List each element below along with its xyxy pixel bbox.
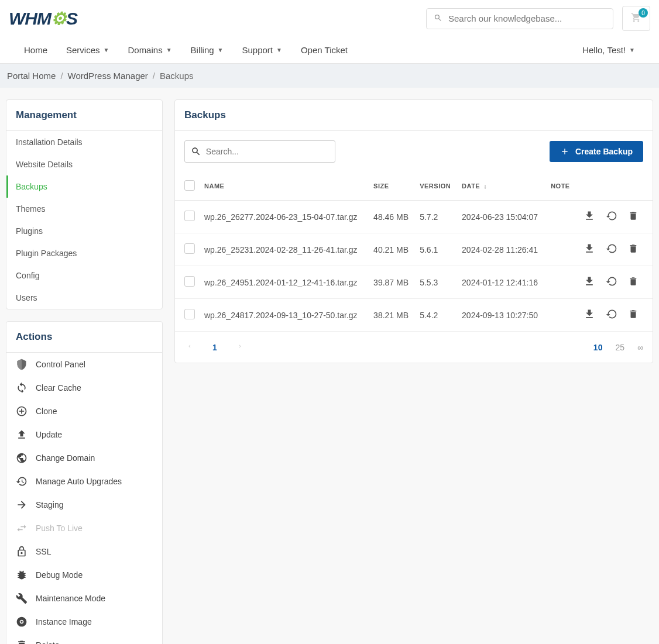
- content-title: Backups: [175, 100, 653, 131]
- action-change-domain[interactable]: Change Domain: [6, 446, 162, 470]
- select-all-checkbox[interactable]: [184, 180, 195, 191]
- cell-name: wp.26_24951.2024-01-12_12-41-16.tar.gz: [200, 266, 369, 299]
- cell-version: 5.5.3: [415, 266, 457, 299]
- table-search-input[interactable]: [206, 147, 329, 156]
- disc-icon: [16, 616, 28, 628]
- management-header: Management: [6, 100, 162, 131]
- page-size-∞[interactable]: ∞: [637, 343, 643, 352]
- action-clear-cache[interactable]: Clear Cache: [6, 376, 162, 400]
- bug-icon: [16, 569, 28, 581]
- actions-header: Actions: [6, 322, 162, 353]
- search-icon: [434, 13, 442, 24]
- cell-size: 38.21 MB: [369, 299, 415, 332]
- restore-icon[interactable]: [606, 308, 617, 322]
- action-update[interactable]: Update: [6, 423, 162, 446]
- table-row: wp.26_24951.2024-01-12_12-41-16.tar.gz39…: [175, 266, 653, 299]
- action-delete[interactable]: Delete: [6, 633, 162, 644]
- mgmt-plugins[interactable]: Plugins: [6, 220, 162, 242]
- refresh-dots-icon: [16, 382, 28, 394]
- cell-date: 2024-02-28 11:26:41: [457, 233, 546, 266]
- upload-icon: [16, 429, 28, 440]
- cell-note: [546, 266, 576, 299]
- mgmt-backups[interactable]: Backups: [6, 175, 162, 198]
- col-name[interactable]: NAME: [200, 172, 369, 201]
- cell-size: 48.46 MB: [369, 201, 415, 233]
- caret-icon: ▼: [166, 47, 172, 53]
- mgmt-config[interactable]: Config: [6, 264, 162, 287]
- cell-name: wp.26_26277.2024-06-23_15-04-07.tar.gz: [200, 201, 369, 233]
- nav-open-ticket[interactable]: Open Ticket: [291, 37, 357, 63]
- action-manage-auto-upgrades[interactable]: Manage Auto Upgrades: [6, 470, 162, 493]
- cell-name: wp.26_25231.2024-02-28_11-26-41.tar.gz: [200, 233, 369, 266]
- delete-icon[interactable]: [628, 308, 639, 322]
- breadcrumb: Portal Home/WordPress Manager/Backups: [0, 64, 659, 88]
- create-backup-button[interactable]: Create Backup: [550, 141, 643, 162]
- mgmt-website-details[interactable]: Website Details: [6, 153, 162, 175]
- page-size-25[interactable]: 25: [615, 343, 624, 352]
- row-checkbox[interactable]: [184, 211, 195, 221]
- download-icon[interactable]: [584, 275, 595, 289]
- delete-icon[interactable]: [628, 243, 639, 256]
- cart-badge: 0: [639, 8, 648, 18]
- nav-billing[interactable]: Billing▼: [181, 37, 233, 63]
- user-menu[interactable]: Hello, Test!▼: [573, 37, 644, 63]
- table-search[interactable]: [184, 140, 335, 163]
- mgmt-installation-details[interactable]: Installation Details: [6, 131, 162, 153]
- row-checkbox[interactable]: [184, 309, 195, 319]
- download-icon[interactable]: [584, 243, 595, 256]
- kb-search[interactable]: [426, 8, 613, 29]
- caret-icon: ▼: [104, 47, 109, 53]
- mgmt-users[interactable]: Users: [6, 287, 162, 309]
- arrow-right-icon: [16, 499, 28, 511]
- swap-icon: [16, 522, 28, 534]
- breadcrumb-link[interactable]: WordPress Manager: [68, 71, 148, 81]
- shield-icon: [16, 359, 28, 370]
- delete-icon[interactable]: [628, 275, 639, 289]
- page-size-10[interactable]: 10: [593, 343, 603, 352]
- cell-version: 5.4.2: [415, 299, 457, 332]
- restore-icon[interactable]: [606, 243, 617, 256]
- page-next[interactable]: [235, 340, 245, 354]
- trash-icon: [16, 639, 28, 644]
- mgmt-plugin-packages[interactable]: Plugin Packages: [6, 242, 162, 264]
- nav-home[interactable]: Home: [15, 37, 57, 63]
- nav-services[interactable]: Services▼: [57, 37, 118, 63]
- nav-support[interactable]: Support▼: [232, 37, 291, 63]
- lock-icon: [16, 546, 28, 557]
- action-clone[interactable]: Clone: [6, 400, 162, 423]
- action-staging[interactable]: Staging: [6, 493, 162, 516]
- kb-search-input[interactable]: [448, 13, 606, 23]
- row-checkbox[interactable]: [184, 243, 195, 254]
- restore-icon[interactable]: [606, 275, 617, 289]
- delete-icon[interactable]: [628, 210, 639, 223]
- cell-size: 39.87 MB: [369, 266, 415, 299]
- page-1[interactable]: 1: [208, 340, 222, 354]
- col-note[interactable]: NOTE: [546, 172, 576, 201]
- page-prev[interactable]: [184, 340, 195, 354]
- cell-date: 2024-01-12 12:41:16: [457, 266, 546, 299]
- caret-icon: ▼: [629, 47, 635, 53]
- wrench-icon: [16, 593, 28, 604]
- restore-icon[interactable]: [606, 210, 617, 223]
- cart-button[interactable]: 0: [622, 6, 650, 31]
- table-row: wp.26_25231.2024-02-28_11-26-41.tar.gz40…: [175, 233, 653, 266]
- cell-note: [546, 201, 576, 233]
- download-icon[interactable]: [584, 210, 595, 223]
- search-icon: [191, 146, 201, 157]
- col-version[interactable]: VERSION: [415, 172, 457, 201]
- sort-down-icon: ↓: [483, 182, 487, 190]
- col-size[interactable]: SIZE: [369, 172, 415, 201]
- download-icon[interactable]: [584, 308, 595, 322]
- logo[interactable]: WHM⚙S: [9, 8, 77, 29]
- action-control-panel[interactable]: Control Panel: [6, 353, 162, 376]
- col-date[interactable]: DATE↓: [457, 172, 546, 201]
- breadcrumb-link[interactable]: Portal Home: [7, 71, 56, 81]
- table-row: wp.26_26277.2024-06-23_15-04-07.tar.gz48…: [175, 201, 653, 233]
- nav-domains[interactable]: Domains▼: [118, 37, 181, 63]
- row-checkbox[interactable]: [184, 276, 195, 287]
- action-ssl[interactable]: SSL: [6, 540, 162, 563]
- action-debug-mode[interactable]: Debug Mode: [6, 563, 162, 587]
- action-instance-image[interactable]: Instance Image: [6, 610, 162, 633]
- mgmt-themes[interactable]: Themes: [6, 198, 162, 220]
- action-maintenance-mode[interactable]: Maintenance Mode: [6, 587, 162, 610]
